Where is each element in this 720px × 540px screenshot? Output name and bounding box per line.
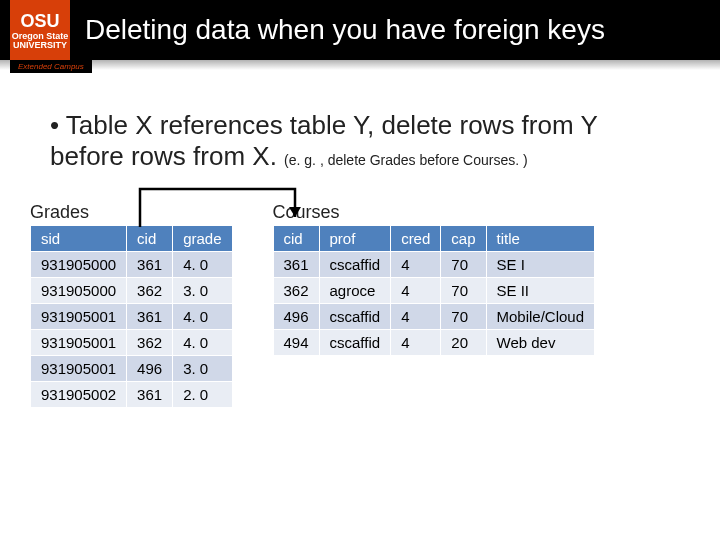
logo-osu-text: OSU	[20, 11, 59, 32]
table-row: 9319050013614. 0	[31, 304, 233, 330]
logo-line2: UNIVERSITY	[13, 41, 67, 50]
table-cell: 361	[127, 252, 173, 278]
table-header: title	[486, 226, 595, 252]
header-shadow	[0, 60, 720, 70]
table-cell: SE I	[486, 252, 595, 278]
table-cell: 3. 0	[173, 356, 232, 382]
courses-table: cidprofcredcaptitle 361cscaffid470SE I36…	[273, 225, 596, 356]
bullet-text: • Table X references table Y, delete row…	[50, 110, 670, 172]
table-row: 9319050003614. 0	[31, 252, 233, 278]
table-cell: 4	[391, 304, 441, 330]
table-row: 362agroce470SE II	[273, 278, 595, 304]
osu-logo: OSU Oregon State UNIVERSITY	[10, 0, 70, 60]
table-cell: 496	[273, 304, 319, 330]
table-cell: 931905001	[31, 304, 127, 330]
table-cell: 361	[127, 304, 173, 330]
table-cell: cscaffid	[319, 304, 391, 330]
table-cell: 931905001	[31, 330, 127, 356]
logo-extended-campus: Extended Campus	[10, 60, 92, 73]
table-cell: 362	[127, 330, 173, 356]
bullet-note: (e. g. , delete Grades before Courses. )	[284, 152, 528, 168]
table-cell: 3. 0	[173, 278, 232, 304]
table-header: sid	[31, 226, 127, 252]
table-cell: 4. 0	[173, 252, 232, 278]
table-cell: SE II	[486, 278, 595, 304]
table-cell: 931905000	[31, 252, 127, 278]
table-row: 9319050023612. 0	[31, 382, 233, 408]
table-header: grade	[173, 226, 232, 252]
courses-label: Courses	[273, 202, 340, 223]
table-header: prof	[319, 226, 391, 252]
slide-title: Deleting data when you have foreign keys	[85, 14, 605, 46]
table-cell: 361	[127, 382, 173, 408]
table-header: cid	[273, 226, 319, 252]
table-row: 361cscaffid470SE I	[273, 252, 595, 278]
table-cell: cscaffid	[319, 330, 391, 356]
table-cell: Mobile/Cloud	[486, 304, 595, 330]
table-cell: 494	[273, 330, 319, 356]
table-header: cred	[391, 226, 441, 252]
slide-header: OSU Oregon State UNIVERSITY Deleting dat…	[0, 0, 720, 60]
table-cell: cscaffid	[319, 252, 391, 278]
table-cell: 70	[441, 278, 486, 304]
table-cell: 931905002	[31, 382, 127, 408]
table-cell: 70	[441, 252, 486, 278]
courses-table-block: Courses cidprofcredcaptitle 361cscaffid4…	[273, 202, 596, 408]
grades-table: sidcidgrade 9319050003614. 0931905000362…	[30, 225, 233, 408]
grades-label: Grades	[30, 202, 89, 223]
table-cell: 362	[127, 278, 173, 304]
table-row: 9319050003623. 0	[31, 278, 233, 304]
table-cell: 20	[441, 330, 486, 356]
table-cell: 931905001	[31, 356, 127, 382]
table-cell: agroce	[319, 278, 391, 304]
table-cell: 362	[273, 278, 319, 304]
table-row: 9319050014963. 0	[31, 356, 233, 382]
table-header: cid	[127, 226, 173, 252]
table-cell: 4. 0	[173, 304, 232, 330]
table-cell: 931905000	[31, 278, 127, 304]
tables-area: Grades sidcidgrade 9319050003614. 093190…	[0, 202, 720, 408]
table-cell: 361	[273, 252, 319, 278]
table-cell: 4	[391, 278, 441, 304]
table-cell: 4. 0	[173, 330, 232, 356]
table-row: 9319050013624. 0	[31, 330, 233, 356]
table-cell: 4	[391, 330, 441, 356]
table-header: cap	[441, 226, 486, 252]
table-cell: 70	[441, 304, 486, 330]
table-cell: Web dev	[486, 330, 595, 356]
table-cell: 496	[127, 356, 173, 382]
table-cell: 4	[391, 252, 441, 278]
grades-table-block: Grades sidcidgrade 9319050003614. 093190…	[30, 202, 233, 408]
table-cell: 2. 0	[173, 382, 232, 408]
slide-content: • Table X references table Y, delete row…	[0, 70, 720, 172]
table-row: 494cscaffid420Web dev	[273, 330, 595, 356]
table-row: 496cscaffid470Mobile/Cloud	[273, 304, 595, 330]
